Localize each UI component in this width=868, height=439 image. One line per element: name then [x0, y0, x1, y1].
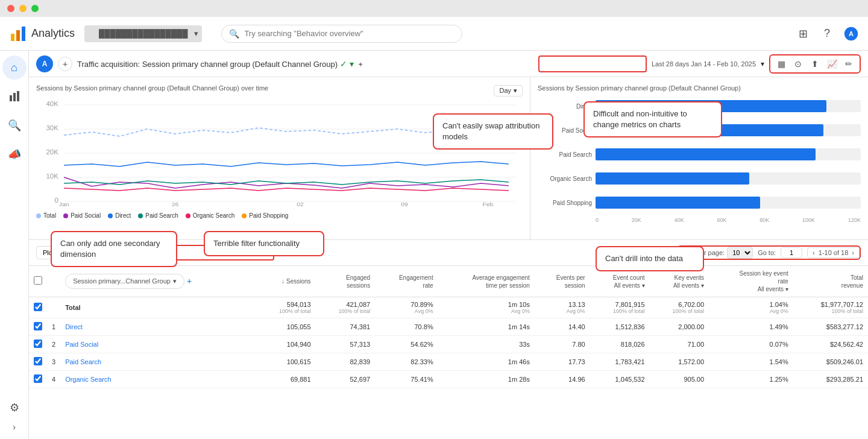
cell-num: 2	[47, 336, 60, 353]
bar-chart-icon[interactable]: ▦	[774, 57, 788, 71]
account-selector[interactable]: ████████████████	[84, 25, 202, 42]
cell-avgengtime: 1m 10sAvg 0%	[438, 297, 535, 318]
verified-icon: ✓ ▾	[340, 59, 354, 69]
cell-session-key-rate: 1.54%	[709, 353, 793, 371]
top-nav: Analytics ████████████████ 🔍 ⊞ ? A	[0, 17, 868, 51]
date-range: Last 28 days Jan 14 - Feb 10, 2025	[652, 60, 756, 68]
goto-input[interactable]	[781, 247, 802, 258]
table-row: 3Paid Search100,61582,83982.33%1m 46s17.…	[29, 353, 868, 371]
cell-event-count: 1,045,532	[590, 371, 650, 388]
line-chart-header: Sessions by Session primary channel grou…	[36, 84, 523, 96]
select-all-checkbox[interactable]	[34, 276, 42, 285]
svg-rect-2	[22, 27, 25, 41]
sidebar-item-reports[interactable]	[2, 84, 27, 109]
row-checkbox[interactable]	[34, 340, 42, 348]
charts-wrapper: Sessions by Session primary channel grou…	[29, 77, 868, 240]
col-sessions-header[interactable]: ↓ Sessions	[256, 266, 316, 297]
next-page-icon[interactable]: ›	[852, 249, 854, 256]
cell-revenue: $509,246.01	[793, 353, 868, 371]
prev-page-icon[interactable]: ‹	[813, 249, 815, 256]
sidebar-toggle[interactable]: ›	[2, 420, 27, 434]
cell-engrate: 54.62%	[375, 336, 438, 353]
account-icon[interactable]: A	[844, 27, 858, 41]
sidebar-item-advertising[interactable]: 📣	[2, 142, 27, 166]
data-table: Session primary...Channel Group ▾ + ↓ Se…	[29, 266, 868, 388]
trend-icon[interactable]: 📈	[825, 57, 839, 71]
add-comparison-icon[interactable]: +	[358, 60, 363, 69]
line-chart-title: Sessions by Session primary channel grou…	[36, 84, 268, 92]
account-name: ████████████████	[99, 29, 187, 38]
analytics-logo-icon	[10, 25, 27, 42]
row-checkbox[interactable]	[34, 374, 42, 383]
cell-dimension: Total	[60, 297, 256, 318]
table-row: 2Paid Social104,94057,31354.62%33s7.8081…	[29, 336, 868, 353]
help-icon[interactable]: ?	[820, 27, 834, 41]
bar-container-paid-shopping	[596, 197, 861, 209]
global-search-input[interactable]	[244, 29, 454, 38]
cell-checkbox	[29, 353, 47, 371]
row-checkbox[interactable]	[34, 357, 42, 365]
pagination: Rows per page: 10 25 50 Go to: ‹ 1-10 of…	[677, 245, 861, 260]
minimize-button[interactable]	[19, 5, 27, 12]
charts-row: Sessions by Session primary channel grou…	[29, 77, 868, 240]
annotation-attribution: Can't easily swap attribution models	[433, 113, 553, 150]
compare-icon[interactable]: ⊙	[791, 57, 805, 71]
cell-sessions: 104,940	[256, 336, 316, 353]
date-dropdown-icon[interactable]: ▾	[761, 60, 764, 68]
toolbar-icons: ▦ ⊙ ⬆ 📈 ✏	[769, 54, 861, 74]
cell-engrate: 75.41%	[375, 371, 438, 388]
sidebar-item-explore[interactable]: 🔍	[2, 113, 27, 137]
cell-events-per-session: 7.80	[535, 336, 590, 353]
svg-text:09: 09	[401, 201, 408, 207]
col-session-key-rate-header: Session key eventrateAll events ▾	[709, 266, 793, 297]
svg-rect-5	[10, 95, 12, 101]
global-search-bar[interactable]: 🔍	[221, 25, 462, 43]
report-search-input[interactable]	[538, 55, 647, 72]
sidebar-item-home[interactable]: ⌂	[2, 55, 27, 80]
svg-text:A: A	[849, 30, 854, 37]
day-selector[interactable]: Day ▾	[494, 85, 523, 96]
maximize-button[interactable]	[31, 5, 39, 12]
legend-paid-social: Paid Social	[63, 212, 101, 219]
cell-dimension: Organic Search	[60, 371, 256, 388]
add-dimension-button[interactable]: +	[187, 276, 192, 286]
cell-event-count: 818,026	[590, 336, 650, 353]
row-checkbox[interactable]	[34, 322, 42, 330]
table-header-row: Session primary...Channel Group ▾ + ↓ Se…	[29, 266, 868, 297]
user-avatar: A	[36, 55, 53, 72]
cell-checkbox	[29, 297, 47, 318]
svg-text:30K: 30K	[46, 125, 58, 131]
chart-legend: Total Paid Social Direct Paid Search Org…	[36, 212, 523, 219]
cell-dimension: Direct	[60, 318, 256, 336]
bar-label-organic-search: Organic Search	[538, 175, 592, 182]
bar-label-paid-search: Paid Search	[538, 151, 592, 158]
svg-rect-1	[16, 30, 20, 41]
main-layout: ⌂ 🔍 📣 ⚙ › A + Traffic acquisition: Sessi…	[0, 51, 868, 439]
cell-revenue: $24,562.42	[793, 336, 868, 353]
cell-num: 1	[47, 318, 60, 336]
add-report-button[interactable]: +	[58, 57, 72, 71]
close-button[interactable]	[7, 5, 14, 12]
report-header: A + Traffic acquisition: Session primary…	[29, 51, 868, 77]
cell-key-events: 71.00	[650, 336, 709, 353]
annotation-filter: Terrible filter functionality	[204, 231, 324, 256]
day-dropdown-icon: ▾	[514, 87, 517, 95]
sidebar: ⌂ 🔍 📣 ⚙ ›	[0, 51, 29, 439]
bar-container-organic-search	[596, 172, 861, 185]
legend-total: Total	[36, 212, 56, 219]
sidebar-item-settings[interactable]: ⚙	[2, 396, 27, 420]
table-row: Total594,013100% of total421,087100% of …	[29, 297, 868, 318]
report-title: Traffic acquisition: Session primary cha…	[77, 59, 533, 69]
col-num-header	[47, 266, 60, 297]
share-icon[interactable]: ⬆	[808, 57, 822, 71]
cell-engaged: 52,697	[316, 371, 376, 388]
rows-per-page-select[interactable]: 10 25 50	[727, 247, 753, 259]
dimension-selector[interactable]: Session primary...Channel Group ▾	[65, 274, 184, 288]
title-actions: Last 28 days Jan 14 - Feb 10, 2025 ▾ ▦ ⊙…	[538, 54, 861, 74]
row-checkbox[interactable]	[34, 303, 42, 311]
grid-icon[interactable]: ⊞	[796, 27, 810, 41]
edit-icon[interactable]: ✏	[841, 57, 856, 71]
cell-revenue: $583,277.12	[793, 318, 868, 336]
bar-row-paid-shopping: Paid Shopping	[538, 193, 861, 212]
cell-engrate: 82.33%	[375, 353, 438, 371]
